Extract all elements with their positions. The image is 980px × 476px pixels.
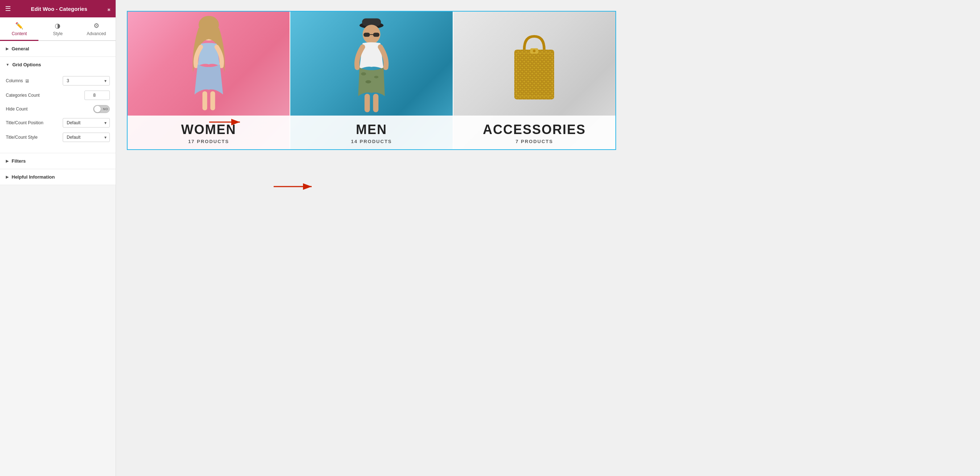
sidebar: ☰ Edit Woo - Categories ⁎ ✏️ Content ◑ S… xyxy=(0,0,116,476)
grid-icon[interactable]: ⁎ xyxy=(107,5,111,13)
style-icon: ◑ xyxy=(55,22,60,30)
svg-rect-4 xyxy=(202,91,207,111)
title-count-position-label: Title/Count Position xyxy=(6,120,60,125)
section-grid-options-label: Grid Options xyxy=(12,62,41,67)
hide-count-toggle[interactable]: NO xyxy=(93,105,110,113)
section-helpful-info-header[interactable]: ▶ Helpful Information xyxy=(0,169,116,185)
categories-count-row: Categories Count xyxy=(6,90,110,100)
section-filters-header[interactable]: ▶ Filters xyxy=(0,153,116,169)
main-canvas: WOMEN 17 PRODUCTS xyxy=(116,0,980,476)
tab-content[interactable]: ✏️ Content xyxy=(0,17,38,41)
svg-rect-16 xyxy=(373,94,379,112)
bottom-gray-area xyxy=(116,403,980,476)
general-collapse-icon: ▶ xyxy=(6,47,9,51)
title-count-position-row: Title/Count Position Default Above Below… xyxy=(6,118,110,127)
title-count-style-select-wrapper: Default Modern Classic ▼ xyxy=(63,133,110,142)
svg-point-25 xyxy=(533,50,536,52)
advanced-icon: ⚙ xyxy=(94,22,99,30)
sidebar-bottom-area xyxy=(0,185,116,476)
svg-point-12 xyxy=(361,73,366,76)
canvas-area: WOMEN 17 PRODUCTS xyxy=(116,0,980,403)
svg-rect-18 xyxy=(514,50,554,100)
filters-collapse-icon: ▶ xyxy=(6,159,9,163)
categories-grid: WOMEN 17 PRODUCTS xyxy=(127,11,616,150)
tab-content-label: Content xyxy=(11,31,27,36)
section-filters: ▶ Filters xyxy=(0,153,116,169)
title-count-position-control: Default Above Below Overlay ▼ xyxy=(63,118,110,127)
categories-count-control xyxy=(84,90,110,100)
columns-control: 3 1 2 4 5 6 ▼ xyxy=(63,76,110,86)
accessories-figure xyxy=(453,19,616,120)
section-general-header[interactable]: ▶ General xyxy=(0,41,116,57)
categories-count-input[interactable] xyxy=(84,90,110,100)
men-count: 14 PRODUCTS xyxy=(294,139,449,144)
section-general-label: General xyxy=(11,46,29,51)
women-label: WOMEN 17 PRODUCTS xyxy=(127,116,290,149)
section-helpful-info-label: Helpful Information xyxy=(11,174,55,180)
columns-select[interactable]: 3 1 2 4 5 6 xyxy=(63,76,110,86)
accessories-count: 7 PRODUCTS xyxy=(457,139,612,144)
section-general: ▶ General xyxy=(0,41,116,57)
hide-count-control: NO xyxy=(93,105,110,113)
women-title: WOMEN xyxy=(131,122,286,137)
accessories-label: ACCESSORIES 7 PRODUCTS xyxy=(453,116,616,149)
section-filters-label: Filters xyxy=(11,158,26,164)
grid-options-content: Columns 🖥 3 1 2 4 5 6 ▼ xyxy=(0,73,116,153)
hide-count-row: Hide Count NO xyxy=(6,105,110,113)
grid-options-collapse-icon: ▼ xyxy=(6,63,10,67)
columns-row: Columns 🖥 3 1 2 4 5 6 ▼ xyxy=(6,76,110,86)
category-card-men: MEN 14 PRODUCTS xyxy=(290,11,453,149)
content-icon: ✏️ xyxy=(15,22,23,30)
svg-rect-10 xyxy=(373,33,379,36)
section-grid-options: ▼ Grid Options Columns 🖥 3 1 2 4 xyxy=(0,57,116,153)
men-label: MEN 14 PRODUCTS xyxy=(290,116,452,149)
title-count-style-control: Default Modern Classic ▼ xyxy=(63,133,110,142)
tab-style[interactable]: ◑ Style xyxy=(38,17,77,41)
accessories-title: ACCESSORIES xyxy=(457,122,612,137)
toggle-no-label: NO xyxy=(103,107,108,111)
monitor-icon: 🖥 xyxy=(25,78,29,84)
svg-rect-15 xyxy=(364,94,370,112)
category-card-accessories: ACCESSORIES 7 PRODUCTS xyxy=(453,11,616,149)
hide-count-toggle-wrapper: NO xyxy=(93,105,110,113)
tab-advanced[interactable]: ⚙ Advanced xyxy=(77,17,116,41)
title-count-position-select[interactable]: Default Above Below Overlay xyxy=(63,118,110,127)
sidebar-title: Edit Woo - Categories xyxy=(31,6,88,12)
title-count-style-row: Title/Count Style Default Modern Classic… xyxy=(6,133,110,142)
hamburger-icon[interactable]: ☰ xyxy=(5,5,11,13)
category-card-women: WOMEN 17 PRODUCTS xyxy=(127,11,290,149)
title-count-style-label: Title/Count Style xyxy=(6,135,60,140)
columns-label: Columns 🖥 xyxy=(6,78,60,84)
tab-style-label: Style xyxy=(53,31,63,36)
columns-select-wrapper: 3 1 2 4 5 6 ▼ xyxy=(63,76,110,86)
tab-advanced-label: Advanced xyxy=(87,31,106,36)
section-helpful-info: ▶ Helpful Information xyxy=(0,169,116,185)
men-figure xyxy=(290,11,452,120)
toggle-knob xyxy=(94,106,101,112)
hide-count-label: Hide Count xyxy=(6,106,90,111)
title-count-style-select[interactable]: Default Modern Classic xyxy=(63,133,110,142)
men-title: MEN xyxy=(294,122,449,137)
svg-point-13 xyxy=(374,76,379,78)
svg-point-14 xyxy=(365,80,371,83)
section-grid-options-header[interactable]: ▼ Grid Options xyxy=(0,57,116,73)
categories-count-label: Categories Count xyxy=(6,93,81,98)
svg-rect-5 xyxy=(210,91,215,111)
svg-rect-9 xyxy=(364,33,370,36)
women-figure xyxy=(127,11,290,120)
title-count-position-select-wrapper: Default Above Below Overlay ▼ xyxy=(63,118,110,127)
sidebar-header: ☰ Edit Woo - Categories ⁎ xyxy=(0,0,116,17)
helpful-info-collapse-icon: ▶ xyxy=(6,175,9,179)
tab-bar: ✏️ Content ◑ Style ⚙ Advanced xyxy=(0,17,116,41)
products-arrow xyxy=(272,181,315,192)
women-count: 17 PRODUCTS xyxy=(131,139,286,144)
